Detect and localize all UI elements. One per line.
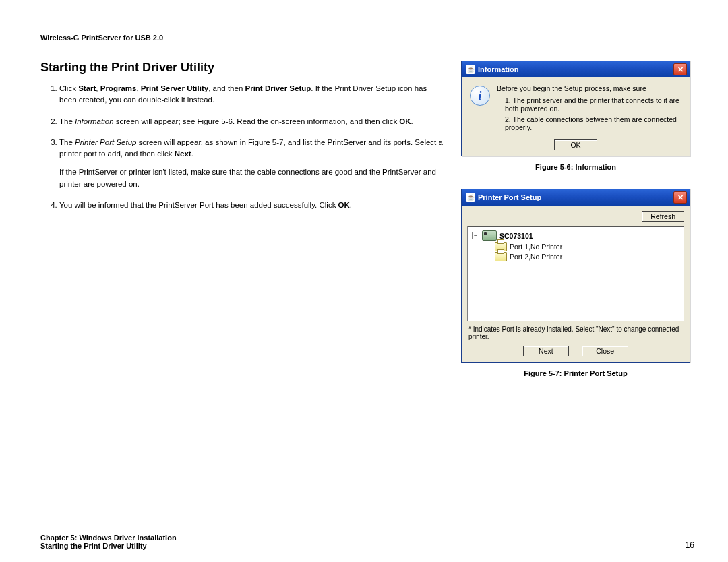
information-point-1: 1. The print server and the printer that…	[497, 96, 681, 113]
page-number: 16	[686, 540, 694, 550]
information-text: Before you begin the Setup process, make…	[497, 84, 681, 134]
printer-icon	[495, 252, 507, 261]
right-column: ☕ Information ✕ i Before you begin the S…	[461, 61, 690, 395]
refresh-button[interactable]: Refresh	[642, 211, 684, 222]
next-button[interactable]: Next	[523, 346, 569, 356]
information-lead: Before you begin the Setup process, make…	[497, 84, 681, 92]
close-icon[interactable]: ✕	[673, 191, 687, 204]
close-icon[interactable]: ✕	[673, 63, 687, 75]
pps-titlebar: ☕ Printer Port Setup ✕	[462, 189, 690, 206]
step-3: The Printer Port Setup screen will appea…	[59, 137, 445, 190]
server-icon	[482, 230, 497, 241]
page-footer: Chapter 5: Windows Driver Installation S…	[40, 534, 694, 550]
pps-title: Printer Port Setup	[478, 193, 541, 201]
step-1: Click Start, Programs, Print Server Util…	[59, 83, 445, 106]
document-page: Wireless-G PrintServer for USB 2.0 Start…	[0, 0, 728, 562]
port-2-row[interactable]: Port 2,No Printer	[495, 252, 679, 261]
collapse-icon[interactable]: −	[472, 232, 479, 239]
port-2-label: Port 2,No Printer	[510, 253, 562, 261]
product-header: Wireless-G PrintServer for USB 2.0	[40, 34, 694, 42]
section-title: Starting the Print Driver Utility	[40, 61, 445, 75]
information-point-2: 2. The cable connections between them ar…	[497, 115, 681, 131]
close-button[interactable]: Close	[582, 346, 628, 356]
port-1-label: Port 1,No Printer	[510, 243, 562, 251]
info-icon: i	[470, 86, 490, 106]
left-column: Starting the Print Driver Utility Click …	[40, 61, 445, 395]
figure-5-7-caption: Figure 5-7: Printer Port Setup	[461, 369, 690, 377]
java-icon: ☕	[466, 193, 475, 202]
java-icon: ☕	[466, 65, 475, 74]
port-1-row[interactable]: Port 1,No Printer	[495, 242, 679, 251]
footer-section: Starting the Print Driver Utility	[40, 542, 177, 550]
port-tree[interactable]: − SC073101 Port 1,No Printer Port 2,No P…	[467, 226, 684, 321]
pps-footnote: * Indicates Port is already installed. S…	[467, 325, 684, 340]
step-2: The Information screen will appear; see …	[59, 116, 445, 127]
step-4: You will be informed that the PrintServe…	[59, 199, 445, 211]
information-title: Information	[478, 65, 519, 73]
printer-port-setup-dialog: ☕ Printer Port Setup ✕ Refresh − SC07310…	[461, 189, 690, 363]
figure-5-6-caption: Figure 5-6: Information	[461, 163, 690, 171]
footer-chapter: Chapter 5: Windows Driver Installation	[40, 534, 177, 542]
server-name: SC073101	[499, 232, 533, 240]
main-columns: Starting the Print Driver Utility Click …	[40, 61, 694, 395]
information-dialog: ☕ Information ✕ i Before you begin the S…	[461, 61, 690, 156]
step-3-note: If the PrintServer or printer isn't list…	[59, 166, 445, 190]
ok-button[interactable]: OK	[554, 139, 597, 150]
steps-list: Click Start, Programs, Print Server Util…	[46, 83, 445, 211]
information-titlebar: ☕ Information ✕	[462, 61, 690, 77]
